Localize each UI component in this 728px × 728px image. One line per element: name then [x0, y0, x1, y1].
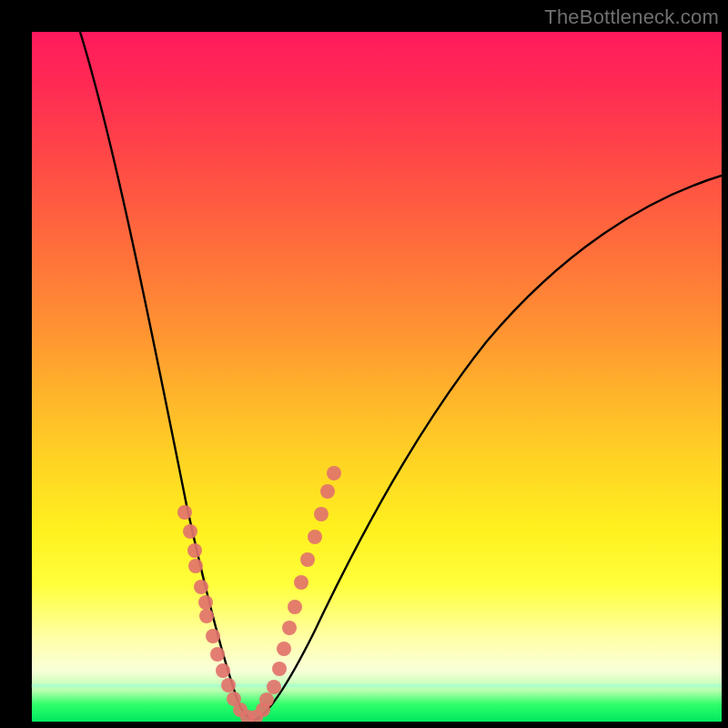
svg-point-6	[199, 609, 214, 623]
svg-point-2	[187, 543, 202, 558]
curve-left-branch	[80, 32, 254, 721]
svg-point-8	[210, 647, 225, 662]
svg-point-16	[259, 693, 274, 707]
svg-point-17	[267, 680, 281, 694]
plot-area	[32, 32, 722, 722]
svg-point-23	[300, 552, 315, 567]
svg-point-22	[294, 575, 308, 590]
svg-point-21	[288, 600, 302, 614]
svg-point-20	[282, 621, 297, 635]
svg-point-0	[177, 505, 192, 520]
svg-point-26	[320, 484, 335, 499]
svg-point-7	[206, 629, 220, 643]
svg-point-10	[221, 678, 236, 693]
svg-point-27	[327, 466, 341, 480]
svg-point-4	[194, 580, 208, 594]
svg-point-25	[314, 507, 329, 521]
chart-stage: TheBottleneck.com	[0, 0, 728, 728]
svg-point-9	[216, 663, 230, 678]
curve-right-branch	[254, 176, 722, 721]
left-dot-cluster	[177, 505, 255, 722]
svg-point-24	[308, 530, 322, 544]
svg-point-18	[272, 662, 287, 676]
right-dot-cluster	[248, 466, 341, 722]
watermark-text: TheBottleneck.com	[544, 5, 719, 29]
svg-point-5	[198, 595, 213, 610]
svg-point-1	[183, 524, 197, 539]
svg-point-3	[188, 559, 203, 573]
svg-point-19	[277, 642, 291, 656]
curve-overlay	[32, 32, 722, 722]
